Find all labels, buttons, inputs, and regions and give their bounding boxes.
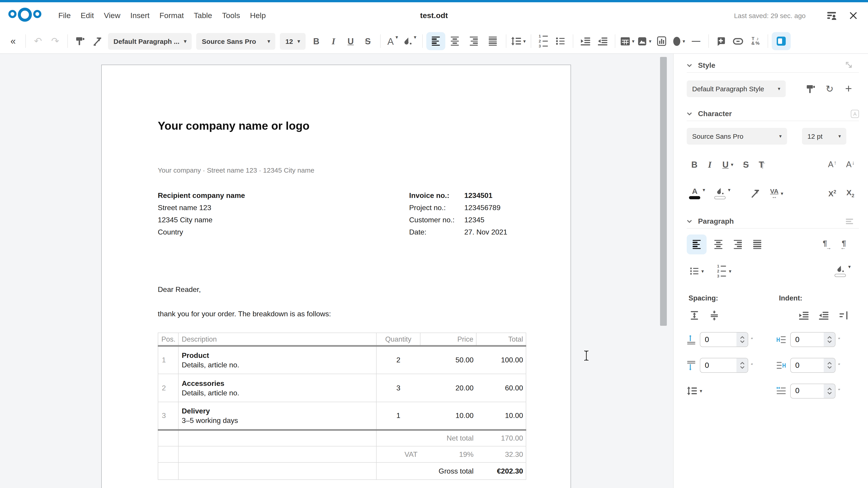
right-to-left-button[interactable]: ¶← [838,237,853,252]
decrease-indent-button[interactable] [594,32,611,50]
spinner-buttons[interactable] [737,358,748,372]
menu-format[interactable]: Format [155,2,189,29]
table-row[interactable]: 3 Delivery3–5 working days 1 10.00 10.00 [158,402,526,430]
insert-comment-button[interactable] [712,32,730,50]
justify-button[interactable] [483,32,502,50]
vertical-scrollbar-thumb[interactable] [660,57,667,326]
menu-table[interactable]: Table [189,2,217,29]
font-color-button[interactable]: A ▾ [687,186,708,201]
style-section-header[interactable]: Style [687,61,859,70]
menu-file[interactable]: File [53,2,76,29]
clone-formatting-button[interactable] [71,32,89,50]
company-address-line[interactable]: Your company · Street name 123 · 12345 C… [158,166,525,175]
increase-indent-button[interactable] [577,32,594,50]
horizontal-line-button[interactable]: — [687,32,705,50]
increase-indent-button[interactable] [796,308,811,323]
menu-edit[interactable]: Edit [76,2,99,29]
ordered-list-button[interactable]: 1 2 3 ▾ [714,263,735,279]
redo-button[interactable]: ↷ [46,32,64,50]
left-to-right-button[interactable]: ¶→ [819,237,834,252]
line-spacing-button[interactable]: ▾ [684,383,705,398]
strikethrough-button[interactable]: S [738,157,754,172]
basic-shapes-button[interactable]: ▾ [670,32,687,50]
table-row[interactable]: 1 ProductDetails, article no. 2 50.00 10… [158,346,526,374]
paragraph-background-color-button[interactable]: ▾ [832,263,853,279]
ordered-list-button[interactable]: 1 2 3 [535,32,552,50]
document-canvas[interactable]: Your company name or logo Your company ·… [0,54,673,488]
menu-insert[interactable]: Insert [125,2,155,29]
close-icon[interactable] [845,8,861,23]
align-center-button[interactable] [445,32,464,50]
underline-button[interactable]: U [342,32,359,50]
font-name-dropdown[interactable]: Source Sans Pro▾ [196,33,276,50]
insert-chart-button[interactable] [653,32,670,50]
sidebar-toggle-button[interactable] [772,32,790,50]
subscript-button[interactable]: X2 [843,186,858,201]
grow-font-button[interactable]: A↑ [825,157,840,172]
invoice-table[interactable]: Pos. Description Quantity Price Total 1 … [158,332,526,480]
spinner-buttons[interactable] [824,384,835,398]
decrease-indent-button[interactable] [816,308,831,323]
expand-panel-icon[interactable] [845,61,859,69]
salutation-text[interactable]: Dear Reader, [158,285,525,295]
menu-help[interactable]: Help [245,2,271,29]
menu-view[interactable]: View [99,2,125,29]
highlight-color-button[interactable]: ▾ [712,186,733,201]
unordered-list-button[interactable]: ▾ [687,263,708,279]
decrease-paragraph-spacing-button[interactable] [707,308,722,323]
underline-button[interactable]: U▾ [717,157,738,172]
shrink-font-button[interactable]: A↓ [843,157,858,172]
align-center-button[interactable] [711,237,726,252]
before-text-indent-input[interactable]: 0 [790,332,835,347]
document-page[interactable]: Your company name or logo Your company ·… [101,65,571,488]
bold-button[interactable]: B [308,32,325,50]
update-style-icon[interactable]: ↻ [822,81,837,96]
strikethrough-button[interactable]: S [359,32,376,50]
clear-formatting-button[interactable] [747,186,763,201]
intro-text[interactable]: thank you for your order. The breakdown … [158,309,525,319]
highlight-color-button[interactable]: ▾ [401,32,418,50]
paragraph-style-dropdown[interactable]: Default Paragraph ...▾ [108,33,192,50]
superscript-button[interactable]: X2 [825,186,840,201]
style-name-dropdown[interactable]: Default Paragraph Style▾ [687,80,786,97]
clear-formatting-button[interactable] [89,32,106,50]
shadow-button[interactable]: T [754,157,769,172]
align-left-button[interactable] [426,32,445,50]
vat-row[interactable]: VAT 19% 32.30 [158,446,526,462]
menu-tools[interactable]: Tools [217,2,245,29]
after-text-indent-input[interactable]: 0 [790,358,835,373]
company-title[interactable]: Your company name or logo [158,119,525,133]
gross-total-row[interactable]: Gross total €202.30 [158,462,526,480]
sidebar-font-size-dropdown[interactable]: 12 pt▾ [802,128,846,144]
font-color-button[interactable]: A▾ [384,32,401,50]
increase-paragraph-spacing-button[interactable] [687,308,702,323]
above-paragraph-spacing-input[interactable]: 0 [700,332,748,347]
recipient-block[interactable]: Recipient company name Street name 123 1… [158,189,409,238]
invoice-meta-block[interactable]: Invoice no.:1234501 Project no.:12345678… [409,189,525,238]
net-total-row[interactable]: Net total 170.00 [158,430,526,446]
hanging-indent-button[interactable] [836,308,851,323]
line-spacing-button[interactable]: ▾ [510,32,527,50]
justify-button[interactable] [749,237,765,252]
character-dialog-icon[interactable]: A [851,109,859,118]
align-right-button[interactable] [730,237,745,252]
clone-formatting-button[interactable] [803,81,818,96]
insert-image-button[interactable]: ▾ [636,32,653,50]
paragraph-section-header[interactable]: Paragraph [687,217,859,226]
table-row[interactable]: 2 AccessoriesDetails, article no. 3 20.0… [158,374,526,402]
spinner-buttons[interactable] [824,358,835,372]
spinner-buttons[interactable] [824,332,835,347]
paragraph-dialog-icon[interactable] [846,219,859,224]
collapse-toolbar-button[interactable]: « [4,32,22,50]
insert-table-button[interactable]: ▾ [619,32,636,50]
italic-button[interactable]: I [325,32,342,50]
insert-hyperlink-button[interactable] [730,32,747,50]
spinner-buttons[interactable] [737,332,748,347]
align-right-button[interactable] [464,32,483,50]
below-paragraph-spacing-input[interactable]: 0 [700,358,748,373]
first-line-indent-input[interactable]: 0 [790,383,835,398]
new-style-button[interactable]: + [841,81,856,96]
undo-button[interactable]: ↶ [29,32,46,50]
bold-button[interactable]: B [687,157,702,172]
special-character-button[interactable]: T♪&% [747,32,764,50]
